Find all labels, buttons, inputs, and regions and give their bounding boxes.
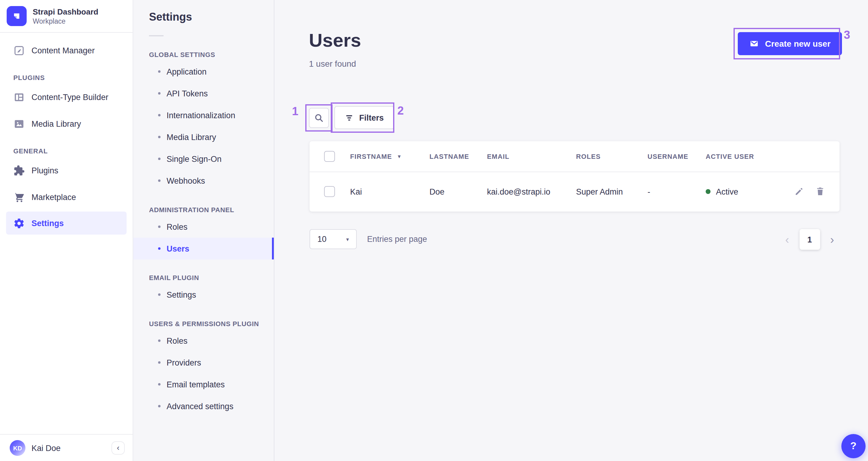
page-1-button[interactable]: 1 [799, 229, 820, 250]
sidebar-item-content-type-builder[interactable]: Content-Type Builder [0, 84, 133, 110]
bullet-icon [158, 361, 160, 364]
image-icon [13, 118, 25, 129]
pagination: ‹ 1 › [785, 229, 834, 250]
subnav-section-users-permissions-plugin: USERS & PERMISSIONS PLUGIN [149, 320, 268, 327]
filters-label: Filters [359, 113, 384, 122]
subnav-title: Settings [149, 11, 274, 24]
entries-select[interactable]: 10 ▾ [310, 229, 357, 249]
subnav-section-global-settings: GLOBAL SETTINGS [149, 51, 268, 58]
bullet-icon [158, 405, 160, 407]
entries-label: Entries per page [367, 235, 427, 244]
entries-value: 10 [317, 235, 327, 244]
sidebar-section-plugins: PLUGINS [0, 64, 133, 84]
bullet-icon [158, 136, 160, 138]
row-actions [775, 187, 825, 196]
users-table: FIRSTNAME ▼ LASTNAME EMAIL ROLES USERNAM… [310, 141, 840, 211]
annotation-label-1: 1 [292, 105, 298, 118]
search-icon [314, 113, 324, 123]
cell-firstname: Kai [350, 187, 430, 196]
edit-user-button[interactable] [794, 187, 804, 196]
bullet-icon [158, 114, 160, 116]
avatar: KD [10, 440, 26, 456]
sidebar-item-settings[interactable]: Settings [6, 211, 127, 235]
subnav-item-label: Users [166, 244, 189, 253]
subnav-item-roles-up[interactable]: Roles [133, 330, 274, 352]
subnav-item-media-library[interactable]: Media Library [133, 126, 274, 148]
subnav-item-users[interactable]: Users [133, 238, 274, 259]
bullet-icon [158, 92, 160, 94]
subnav-item-label: Advanced settings [166, 402, 234, 411]
subnav-item-providers[interactable]: Providers [133, 352, 274, 373]
subnav-item-application[interactable]: Application [133, 61, 274, 82]
bullet-icon [158, 70, 160, 73]
chevron-down-icon: ▾ [346, 236, 349, 242]
sidebar-item-marketplace[interactable]: Marketplace [0, 184, 133, 210]
sidebar-footer: KD Kai Doe ‹ [0, 434, 133, 461]
next-page-button[interactable]: › [830, 234, 834, 245]
bullet-icon [158, 383, 160, 385]
brand: Strapi Dashboard Workplace [0, 0, 133, 26]
subnav-item-label: Internationalization [166, 111, 235, 120]
main-content: Users 1 user found Create new user [275, 0, 868, 461]
subnav-item-label: Settings [166, 290, 196, 299]
subnav-item-email-settings[interactable]: Settings [133, 284, 274, 306]
annotation-label-3: 3 [844, 28, 850, 42]
strapi-dashboard: Strapi Dashboard Workplace Content Manag… [0, 0, 868, 461]
workspace-name: Workplace [33, 17, 98, 25]
divider [149, 35, 163, 36]
column-header-firstname[interactable]: FIRSTNAME ▼ [350, 153, 430, 160]
question-mark-icon: ? [850, 440, 857, 452]
puzzle-icon [13, 165, 25, 176]
sort-caret-icon: ▼ [397, 154, 402, 159]
subnav-section-administration-panel: ADMINISTRATION PANEL [149, 206, 268, 213]
subnav-item-label: Application [166, 67, 207, 76]
subnav-item-label: API Tokens [166, 89, 208, 98]
divider [0, 32, 133, 33]
subnav-item-api-tokens[interactable]: API Tokens [133, 82, 274, 104]
trash-icon [815, 187, 825, 196]
subnav-item-label: Single Sign-On [166, 154, 222, 163]
subnav-section-email-plugin: EMAIL PLUGIN [149, 274, 268, 281]
subnav-item-roles-admin[interactable]: Roles [133, 216, 274, 238]
subnav-item-email-templates[interactable]: Email templates [133, 373, 274, 395]
strapi-logo-icon [7, 6, 27, 26]
sidebar-item-content-manager[interactable]: Content Manager [0, 37, 133, 64]
cart-icon [13, 191, 25, 203]
status-badge: Active [716, 187, 738, 196]
sidebar-item-label: Settings [31, 219, 64, 228]
pencil-icon [794, 187, 804, 196]
sidebar-item-label: Content-Type Builder [31, 92, 108, 102]
create-new-user-button[interactable]: Create new user [738, 32, 842, 55]
filters-button[interactable]: Filters [334, 106, 394, 129]
settings-subnav: Settings GLOBAL SETTINGS Application API… [133, 0, 274, 461]
subnav-item-advanced-settings[interactable]: Advanced settings [133, 395, 274, 417]
column-header-email[interactable]: EMAIL [487, 153, 576, 160]
subnav-item-label: Roles [166, 222, 187, 231]
active-indicator [272, 238, 274, 259]
subnav-item-webhooks[interactable]: Webhooks [133, 170, 274, 192]
cell-lastname: Doe [430, 187, 487, 196]
help-button[interactable]: ? [841, 434, 866, 458]
sidebar-item-plugins[interactable]: Plugins [0, 157, 133, 184]
subnav-item-internationalization[interactable]: Internationalization [133, 104, 274, 126]
bullet-icon [158, 247, 160, 250]
search-button[interactable] [309, 108, 329, 128]
main-sidebar: Strapi Dashboard Workplace Content Manag… [0, 0, 133, 461]
page-title: Users [309, 30, 361, 52]
subnav-item-single-sign-on[interactable]: Single Sign-On [133, 148, 274, 170]
column-header-active-user[interactable]: ACTIVE USER [706, 153, 775, 160]
previous-page-button[interactable]: ‹ [785, 234, 789, 245]
select-all-checkbox[interactable] [324, 151, 335, 162]
sidebar-item-media-library[interactable]: Media Library [0, 110, 133, 137]
subnav-item-label: Webhooks [166, 176, 205, 185]
envelope-icon [749, 39, 759, 49]
column-header-username[interactable]: USERNAME [648, 153, 706, 160]
bullet-icon [158, 157, 160, 160]
column-header-lastname[interactable]: LASTNAME [430, 153, 487, 160]
row-checkbox[interactable] [324, 186, 335, 197]
column-header-roles[interactable]: ROLES [576, 153, 648, 160]
subnav-item-label: Email templates [166, 380, 225, 389]
delete-user-button[interactable] [815, 187, 825, 196]
collapse-sidebar-button[interactable]: ‹ [112, 441, 125, 455]
filter-icon [345, 113, 354, 122]
